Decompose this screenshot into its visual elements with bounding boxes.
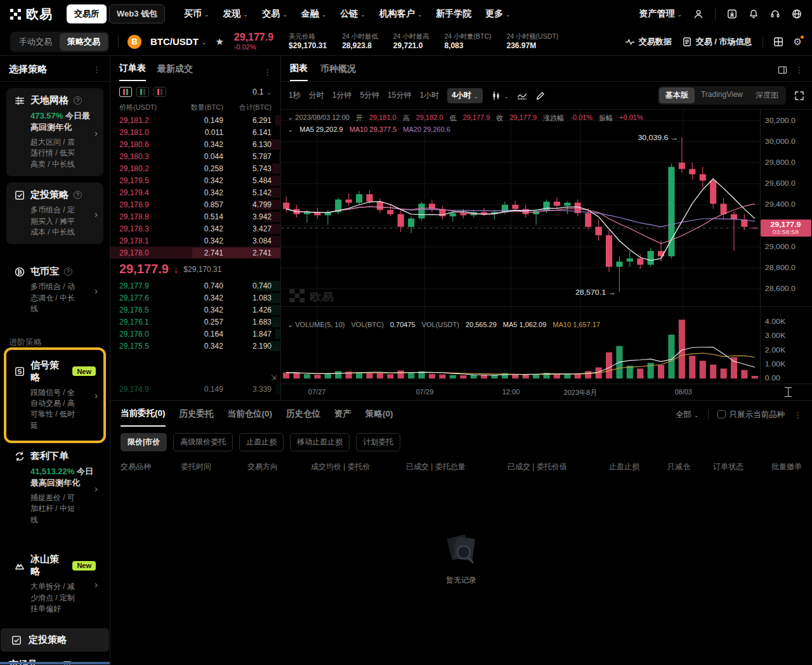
orders-tab-策略(0)[interactable]: 策略(0): [365, 408, 393, 426]
orders-tab-历史仓位[interactable]: 历史仓位: [286, 408, 320, 426]
filter-高级限价委托[interactable]: 高级限价委托: [173, 433, 233, 451]
nav-toggle-web3[interactable]: Web3 钱包: [109, 4, 165, 23]
ask-row[interactable]: 29,180.30.0445.787: [110, 150, 280, 162]
indicator-icon[interactable]: [517, 91, 527, 101]
crosshair-measure-icon[interactable]: [785, 387, 792, 397]
user-icon[interactable]: [693, 9, 704, 19]
chart-canvas[interactable]: ⌄ 2023/08/03 12:00 开 29,181.0 高 29,182.0…: [281, 110, 812, 384]
strategy-card-冰山策略[interactable]: 冰山策略New大单拆分 / 减少滑点 / 定制挂单偏好›: [6, 547, 103, 621]
nav-item-公链[interactable]: 公链⌄: [340, 8, 365, 20]
sidebar-scroll-indicator[interactable]: [0, 662, 110, 664]
strategy-card-天地网格[interactable]: 天地网格?473.57% 今日最高回测年化超大区间 / 震荡行情 / 低买高卖 …: [6, 88, 103, 176]
orders-tab-资产[interactable]: 资产: [334, 408, 351, 426]
strategy-card-定投策略[interactable]: 定投策略?多币组合 / 定期买入 / 摊平成本 / 中长线›: [6, 183, 103, 244]
ask-row[interactable]: 29,179.50.3425.484: [110, 174, 280, 186]
layout-grid-icon[interactable]: [773, 37, 783, 47]
interval-1秒[interactable]: 1秒: [289, 90, 301, 101]
sidebar-more-icon[interactable]: ⋮: [93, 65, 101, 74]
interval-15分钟[interactable]: 15分钟: [388, 90, 411, 101]
bid-row[interactable]: 29,176.10.2571.683: [110, 316, 280, 328]
dragged-strategy-card[interactable]: 定投策略: [1, 628, 109, 652]
orderbook-tab-最新成交[interactable]: 最新成交: [157, 63, 193, 81]
nav-item-发现[interactable]: 发现⌄: [223, 8, 249, 20]
mode-策略交易[interactable]: 策略交易: [60, 33, 108, 51]
globe-icon[interactable]: [792, 9, 802, 19]
nav-item-机构客户[interactable]: 机构客户⌄: [379, 8, 422, 20]
interval-1小时[interactable]: 1小时: [419, 90, 439, 101]
ask-row[interactable]: 29,178.10.3423.084: [110, 235, 280, 247]
okx-logo[interactable]: 欧易: [10, 6, 53, 23]
orders-tab-当前委托(0)[interactable]: 当前委托(0): [121, 408, 166, 427]
link-交易数据[interactable]: 交易数据: [625, 36, 672, 48]
ask-row[interactable]: 29,178.02.7412.741: [110, 247, 280, 259]
scope-selector[interactable]: 全部⌄: [676, 410, 699, 420]
interval-5分钟[interactable]: 5分钟: [360, 90, 379, 101]
orders-tab-历史委托[interactable]: 历史委托: [180, 408, 214, 426]
support-icon[interactable]: [770, 9, 780, 19]
chart-tab-币种概况[interactable]: 币种概况: [320, 63, 356, 81]
orderbook-tab-订单表[interactable]: 订单表: [119, 63, 146, 81]
ask-row[interactable]: 29,178.30.3423.427: [110, 223, 280, 235]
orders-more-icon[interactable]: ⋮: [794, 410, 802, 420]
view-TradingView[interactable]: TradingView: [695, 87, 749, 103]
nav-toggle-exchange[interactable]: 交易所: [67, 4, 107, 23]
depth-view-both-icon[interactable]: [119, 87, 132, 97]
ask-row[interactable]: 29,178.90.8574.799: [110, 198, 280, 210]
ask-row[interactable]: 29,180.20.2585.743: [110, 162, 280, 174]
bid-row[interactable]: 29,177.90.7400.740: [110, 280, 280, 292]
bid-row[interactable]: 29,176.00.1641.847: [110, 328, 280, 340]
chart-tab-图表[interactable]: 图表: [290, 63, 308, 81]
orderbook-last-row[interactable]: 29,174.90.1493.339: [110, 383, 280, 395]
precision-selector[interactable]: 0.1⌄: [252, 87, 272, 96]
ask-row[interactable]: 29,179.40.3425.142: [110, 186, 280, 198]
bid-row[interactable]: 29,177.60.3421.083: [110, 292, 280, 304]
bid-row[interactable]: 29,174.90.1493.339: [110, 383, 280, 395]
pair-selector[interactable]: BTC/USDT⌄: [150, 36, 206, 47]
orders-tab-当前仓位(0)[interactable]: 当前仓位(0): [228, 408, 273, 426]
chart-type-selector[interactable]: ⌄: [491, 91, 509, 101]
ask-row[interactable]: 29,181.20.1496.291: [110, 114, 280, 126]
chart-more-icon[interactable]: ⋮: [795, 65, 803, 75]
expand-icon[interactable]: [794, 91, 804, 101]
pencil-icon[interactable]: [535, 91, 546, 101]
nav-item-更多[interactable]: 更多⌄: [485, 8, 511, 20]
link-交易 / 市场信息[interactable]: 交易 / 市场信息: [682, 36, 752, 48]
bid-row[interactable]: 29,175.50.3422.190: [110, 340, 280, 352]
info-icon[interactable]: ?: [74, 191, 82, 199]
info-icon[interactable]: ?: [74, 96, 82, 105]
favorite-star-icon[interactable]: ★: [215, 36, 223, 48]
interval-1分钟[interactable]: 1分钟: [332, 90, 352, 101]
assets-menu[interactable]: 资产管理⌄: [639, 8, 682, 20]
strategy-card-信号策略[interactable]: 信号策略New跟随信号 / 全自动交易 / 高可靠性 / 低时延›: [6, 353, 103, 438]
nav-item-买币[interactable]: 买币⌄: [184, 8, 209, 20]
panel-layout-icon[interactable]: [778, 65, 787, 75]
view-基本版[interactable]: 基本版: [659, 87, 695, 103]
candlestick-volume-chart[interactable]: 30,200.030,000.029,800.029,600.029,400.0…: [281, 110, 812, 384]
interval-分时[interactable]: 分时: [309, 90, 324, 101]
filter-移动止盈止损[interactable]: 移动止盈止损: [290, 433, 350, 451]
strategy-card-屯币宝[interactable]: 屯币宝?多币组合 / 动态调仓 / 中长线›: [6, 259, 103, 321]
download-icon[interactable]: [727, 9, 737, 19]
orderbook-more-icon[interactable]: ⋮: [263, 67, 272, 77]
depth-view-asks-icon[interactable]: [154, 87, 166, 97]
filter-止盈止损[interactable]: 止盈止损: [239, 433, 284, 451]
strategy-card-套利下单[interactable]: 套利下单41,513.22% 今日最高回测年化捕捉差价 / 可加杠杆 / 中短线…: [6, 444, 103, 532]
orderbook-current-price[interactable]: 29,177.9 ↓ $29,170.31: [110, 259, 280, 280]
nav-item-交易[interactable]: 交易⌄: [262, 8, 287, 20]
depth-view-bids-icon[interactable]: [136, 87, 149, 97]
ask-row[interactable]: 29,181.00.0116.141: [110, 126, 280, 138]
nav-item-金融[interactable]: 金融⌄: [301, 8, 327, 20]
settings-gear-icon[interactable]: ⚙: [794, 36, 802, 48]
resize-corner-icon[interactable]: ⇲: [271, 373, 277, 382]
mode-手动交易[interactable]: 手动交易: [11, 33, 60, 51]
filter-限价|市价[interactable]: 限价|市价: [121, 433, 167, 451]
view-深度图[interactable]: 深度图: [749, 87, 785, 103]
ask-row[interactable]: 29,178.80.5143.942: [110, 210, 280, 223]
interval-selected[interactable]: 4小时⌄: [447, 88, 483, 103]
bid-row[interactable]: 29,176.50.3421.426: [110, 304, 280, 316]
filter-计划委托[interactable]: 计划委托: [356, 433, 400, 451]
bell-icon[interactable]: [749, 9, 759, 19]
ask-row[interactable]: 29,180.60.3426.130: [110, 138, 280, 150]
only-current-checkbox[interactable]: 只展示当前品种: [717, 410, 785, 420]
info-icon[interactable]: ?: [64, 268, 72, 276]
